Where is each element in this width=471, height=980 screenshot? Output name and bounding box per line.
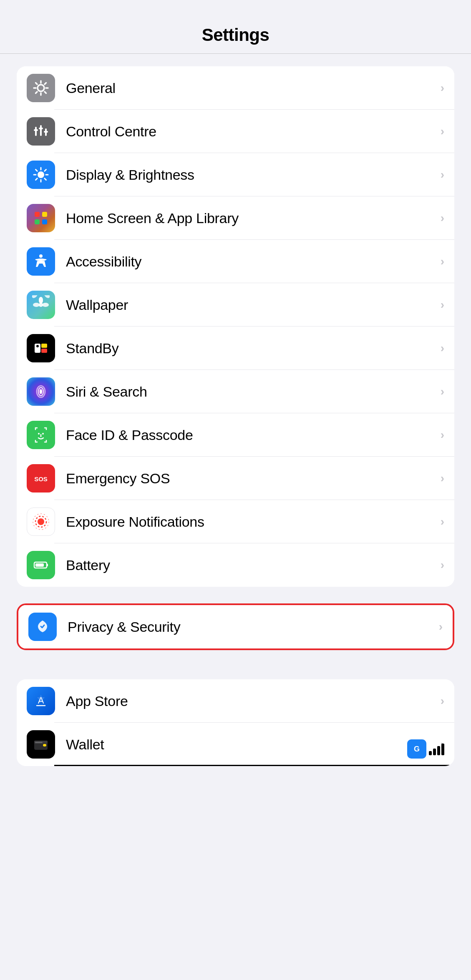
siri-chevron: ›	[441, 385, 444, 398]
homescreen-label: Home Screen & App Library	[66, 210, 436, 226]
settings-item-appstore[interactable]: A App Store ›	[17, 679, 454, 723]
accessibility-label: Accessibility	[66, 254, 436, 270]
general-label: General	[66, 80, 436, 96]
watermark: G	[407, 739, 444, 759]
faceid-icon-wrapper	[27, 421, 55, 449]
sos-label: Emergency SOS	[66, 470, 436, 487]
wallet-label: Wallet	[66, 736, 436, 753]
siri-icon-wrapper	[27, 377, 55, 406]
bottom-settings-content: A App Store › Wallet › G	[0, 679, 471, 808]
svg-rect-2	[40, 125, 42, 136]
accessibility-chevron: ›	[441, 255, 444, 268]
svg-point-38	[38, 518, 44, 525]
settings-item-control-centre[interactable]: Control Centre ›	[17, 110, 454, 153]
svg-point-36	[42, 433, 44, 435]
svg-line-15	[36, 178, 38, 180]
exposure-icon	[31, 512, 50, 531]
display-label: Display & Brightness	[66, 167, 436, 183]
appstore-label: App Store	[66, 693, 436, 709]
wallet-icon	[31, 735, 50, 754]
settings-item-faceid[interactable]: Face ID & Passcode ›	[17, 413, 454, 457]
svg-rect-47	[43, 744, 46, 746]
svg-rect-30	[41, 349, 47, 353]
page-title: Settings	[17, 25, 454, 45]
gadget-logo: G	[407, 739, 426, 759]
wallet-icon-wrapper	[27, 730, 55, 759]
faceid-icon	[31, 425, 50, 445]
control-centre-label: Control Centre	[66, 123, 436, 140]
svg-rect-43	[35, 563, 44, 567]
svg-rect-18	[35, 219, 40, 224]
settings-item-wallpaper[interactable]: Wallpaper ›	[17, 283, 454, 327]
svg-rect-16	[35, 212, 40, 217]
brightness-icon	[31, 165, 50, 184]
svg-point-20	[39, 254, 43, 258]
gear-icon	[31, 78, 50, 98]
battery-label: Battery	[66, 557, 436, 573]
settings-item-general[interactable]: General ›	[17, 66, 454, 110]
svg-point-23	[39, 297, 43, 304]
standby-icon-wrapper	[27, 334, 55, 362]
control-centre-icon-wrapper	[27, 117, 55, 146]
standby-icon	[31, 339, 50, 358]
faceid-chevron: ›	[441, 428, 444, 442]
svg-point-25	[42, 303, 49, 307]
svg-point-27	[43, 295, 50, 299]
svg-rect-6	[44, 131, 48, 133]
wallpaper-label: Wallpaper	[66, 297, 436, 313]
svg-point-26	[31, 295, 39, 299]
privacy-icon-wrapper	[28, 613, 57, 641]
settings-item-battery[interactable]: Battery ›	[17, 543, 454, 587]
standby-label: StandBy	[66, 340, 436, 357]
homescreen-chevron: ›	[441, 211, 444, 225]
sos-chevron: ›	[441, 472, 444, 485]
svg-line-12	[36, 170, 38, 171]
grid-icon	[31, 209, 50, 228]
privacy-hand-icon	[33, 617, 52, 636]
battery-icon	[31, 555, 50, 575]
svg-rect-42	[47, 564, 48, 566]
appstore-icon: A	[31, 691, 50, 711]
privacy-label: Privacy & Security	[68, 619, 435, 635]
settings-item-standby[interactable]: StandBy ›	[17, 327, 454, 370]
page-header: Settings	[0, 0, 471, 54]
settings-item-display[interactable]: Display & Brightness ›	[17, 153, 454, 196]
sos-icon-wrapper: SOS	[27, 464, 55, 493]
exposure-icon-wrapper	[27, 508, 55, 536]
display-chevron: ›	[441, 168, 444, 181]
svg-line-14	[45, 170, 46, 171]
appstore-icon-wrapper: A	[27, 687, 55, 715]
sliders-icon	[31, 122, 50, 141]
settings-content: General › Control Centre ›	[0, 54, 471, 679]
settings-item-wallet[interactable]: Wallet › G	[17, 723, 454, 766]
settings-group-privacy: Privacy & Security ›	[17, 603, 454, 650]
siri-label: Siri & Search	[66, 384, 436, 400]
settings-item-accessibility[interactable]: Accessibility ›	[17, 240, 454, 283]
settings-group-bottom: A App Store › Wallet › G	[17, 679, 454, 766]
svg-rect-1	[35, 127, 37, 136]
svg-rect-4	[34, 129, 38, 131]
svg-rect-48	[35, 742, 43, 743]
siri-icon	[31, 382, 50, 401]
settings-item-homescreen[interactable]: Home Screen & App Library ›	[17, 196, 454, 240]
settings-item-exposure[interactable]: Exposure Notifications ›	[17, 500, 454, 543]
settings-item-privacy[interactable]: Privacy & Security ›	[18, 605, 453, 648]
exposure-chevron: ›	[441, 515, 444, 528]
settings-item-sos[interactable]: SOS Emergency SOS ›	[17, 457, 454, 500]
settings-item-siri[interactable]: Siri & Search ›	[17, 370, 454, 413]
accessibility-icon-wrapper	[27, 247, 55, 276]
svg-rect-17	[42, 212, 47, 217]
accessibility-icon	[31, 252, 50, 271]
battery-icon-wrapper	[27, 551, 55, 579]
control-centre-chevron: ›	[441, 125, 444, 138]
svg-point-0	[38, 85, 44, 91]
signal-bars	[429, 743, 444, 755]
svg-point-24	[33, 303, 40, 307]
display-icon-wrapper	[27, 161, 55, 189]
svg-point-34	[40, 389, 42, 394]
svg-text:A: A	[38, 695, 44, 706]
settings-group-1: General › Control Centre ›	[17, 66, 454, 587]
appstore-chevron: ›	[441, 694, 444, 708]
wallpaper-chevron: ›	[441, 298, 444, 312]
wallpaper-icon-wrapper	[27, 291, 55, 319]
